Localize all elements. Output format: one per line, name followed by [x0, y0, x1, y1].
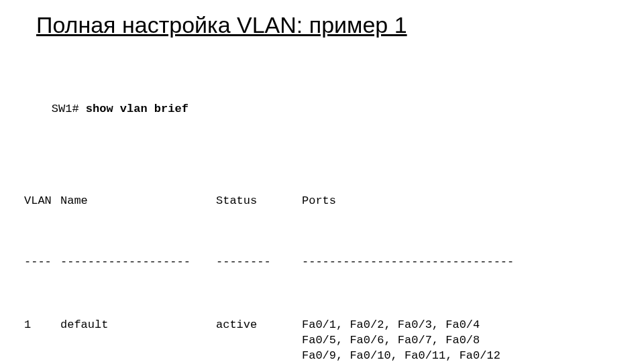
divider-ports: -------------------------------: [302, 255, 514, 270]
cell-vlan: [24, 333, 60, 349]
table-row: Fa0/9, Fa0/10, Fa0/11, Fa0/12: [24, 349, 644, 362]
cell-vlan: [24, 349, 60, 362]
divider-name: -------------------: [60, 255, 216, 270]
table-divider: ----------------------------------------…: [24, 255, 644, 270]
cell-ports: Fa0/9, Fa0/10, Fa0/11, Fa0/12: [302, 349, 500, 362]
table-row: Fa0/5, Fa0/6, Fa0/7, Fa0/8: [24, 333, 644, 349]
cell-ports: Fa0/5, Fa0/6, Fa0/7, Fa0/8: [302, 333, 480, 349]
prompt: SW1#: [52, 103, 86, 115]
table-body: 1defaultactiveFa0/1, Fa0/2, Fa0/3, Fa0/4…: [24, 318, 644, 362]
divider-vlan: ----: [24, 255, 60, 270]
slide-title: Полная настройка VLAN: пример 1: [36, 12, 644, 38]
cell-ports: Fa0/1, Fa0/2, Fa0/3, Fa0/4: [302, 318, 480, 333]
table-header: VLANNameStatusPorts: [24, 194, 644, 209]
terminal-output: SW1# show vlan brief VLANNameStatusPorts…: [24, 56, 644, 362]
cell-name: default: [60, 318, 216, 333]
table-row: 1defaultactiveFa0/1, Fa0/2, Fa0/3, Fa0/4: [24, 318, 644, 333]
header-status: Status: [216, 194, 302, 209]
cell-vlan: 1: [24, 318, 60, 333]
cell-status: [216, 349, 302, 362]
cell-status: [216, 333, 302, 349]
cell-status: active: [216, 318, 302, 333]
header-name: Name: [60, 194, 216, 209]
header-ports: Ports: [302, 194, 336, 209]
command-line: SW1# show vlan brief: [24, 86, 644, 133]
command-text: show vlan brief: [86, 103, 189, 115]
cell-name: [60, 333, 216, 349]
header-vlan: VLAN: [24, 194, 60, 209]
cell-name: [60, 349, 216, 362]
divider-status: --------: [216, 255, 302, 270]
